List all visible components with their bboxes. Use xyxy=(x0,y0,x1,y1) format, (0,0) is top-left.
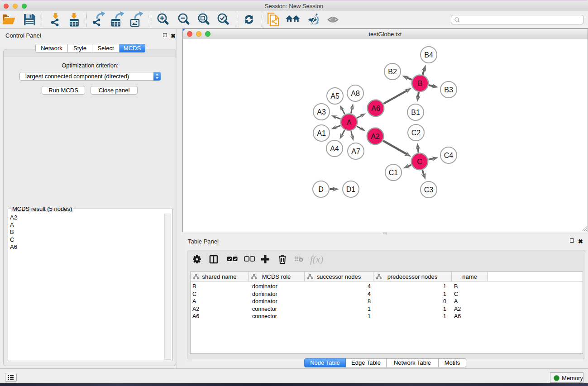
svg-text:A5: A5 xyxy=(330,92,339,100)
svg-text:C4: C4 xyxy=(444,152,454,159)
svg-text:A8: A8 xyxy=(351,90,360,97)
svg-text:A1: A1 xyxy=(317,129,326,137)
svg-text:A6: A6 xyxy=(371,105,380,112)
svg-text:A4: A4 xyxy=(330,145,339,152)
svg-text:B1: B1 xyxy=(411,109,420,116)
svg-text:B: B xyxy=(418,80,423,87)
svg-text:D: D xyxy=(318,186,324,193)
svg-text:C3: C3 xyxy=(424,186,434,194)
svg-text:D1: D1 xyxy=(346,186,356,193)
svg-text:A: A xyxy=(347,119,352,126)
svg-text:C: C xyxy=(417,158,422,166)
svg-text:C1: C1 xyxy=(389,169,398,176)
svg-text:B3: B3 xyxy=(444,86,453,94)
svg-text:B2: B2 xyxy=(388,68,397,76)
svg-text:A7: A7 xyxy=(351,148,360,155)
svg-text:C2: C2 xyxy=(411,129,421,137)
svg-text:f(x): f(x) xyxy=(310,254,323,265)
svg-text:A3: A3 xyxy=(317,108,326,116)
svg-text:A2: A2 xyxy=(371,133,380,140)
svg-text:B4: B4 xyxy=(424,51,433,59)
